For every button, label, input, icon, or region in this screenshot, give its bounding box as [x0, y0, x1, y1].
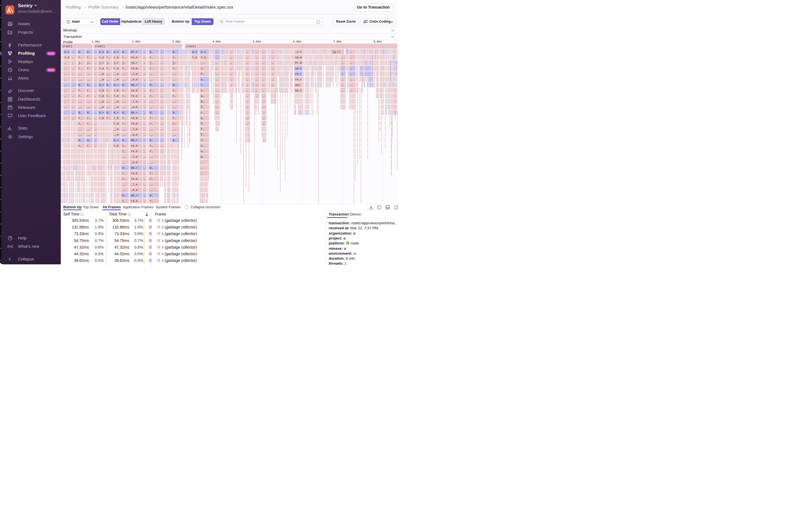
svg-text:…: … — [246, 73, 248, 76]
svg-text:_…e: _…e — [114, 106, 119, 109]
svg-text:0…: 0… — [87, 111, 90, 114]
svg-text:…: … — [161, 89, 163, 92]
svg-text:r…: r… — [78, 117, 82, 120]
svg-text:…: … — [72, 111, 74, 114]
svg-text:_…: _… — [149, 100, 153, 103]
svg-text:0…: 0… — [107, 84, 110, 87]
svg-text:…: … — [256, 73, 258, 76]
svg-text:…: … — [263, 95, 264, 98]
svg-text:…: … — [144, 200, 145, 203]
svg-text:r…: r… — [122, 150, 126, 153]
svg-text:r…: r… — [173, 117, 176, 120]
svg-text:…: … — [144, 189, 145, 192]
svg-text:_…: _… — [172, 78, 176, 81]
svg-text:0…: 0… — [78, 111, 82, 114]
svg-text:_c…t: _c…t — [295, 51, 302, 54]
svg-text:0…: 0… — [201, 100, 204, 103]
svg-text:(g…r): (g…r) — [332, 51, 341, 54]
svg-text:…: … — [246, 51, 248, 54]
svg-text:…: … — [161, 62, 163, 65]
svg-text:_…: _… — [106, 73, 110, 76]
svg-text:…: … — [72, 95, 74, 98]
svg-text:…: … — [256, 62, 258, 65]
svg-text:…: … — [144, 56, 145, 59]
svg-text:_…: _… — [87, 133, 90, 136]
svg-text:0…>: 0…> — [99, 84, 104, 87]
svg-text:j…: j… — [173, 62, 176, 65]
svg-text:_…: _… — [149, 155, 153, 158]
svg-text:_…: _… — [78, 73, 82, 76]
svg-text:r…: r… — [150, 177, 153, 180]
svg-text:_…: _… — [172, 128, 176, 131]
svg-text:u…: u… — [201, 150, 204, 153]
svg-text:re…r: re…r — [295, 78, 302, 81]
svg-text:0…: 0… — [122, 167, 126, 170]
svg-text:…: … — [272, 84, 273, 87]
svg-text:…: … — [144, 177, 145, 180]
svg-text:0…: 0… — [107, 111, 110, 114]
svg-text:0…: 0… — [78, 139, 82, 142]
svg-text:…: … — [95, 62, 96, 65]
svg-text:_e…e: _e…e — [131, 161, 137, 164]
svg-text:p…s: p…s — [114, 51, 119, 54]
svg-text:r…: r… — [122, 122, 126, 126]
svg-text:(root): (root) — [186, 45, 196, 48]
svg-text:_…: _… — [78, 78, 82, 81]
svg-text:r…: r… — [107, 95, 110, 98]
svg-text:…: … — [256, 78, 258, 81]
svg-text:_…: _… — [122, 128, 126, 131]
svg-text:…: … — [161, 95, 163, 98]
svg-text:u…: u… — [201, 78, 204, 81]
svg-text:p…s: p…s — [99, 51, 104, 54]
svg-text:…: … — [144, 183, 145, 186]
svg-text:p…s: p…s — [192, 51, 197, 54]
svg-text:0…: 0… — [173, 111, 176, 114]
svg-text:Pr…d: Pr…d — [295, 62, 302, 65]
svg-text:j…: j… — [150, 62, 153, 65]
svg-text:re…r: re…r — [295, 73, 302, 76]
svg-text:j…r: j…r — [114, 62, 119, 65]
svg-text:r…: r… — [87, 95, 90, 98]
svg-text:p…: p… — [122, 51, 126, 54]
svg-text:_…: _… — [78, 100, 82, 103]
svg-text:_…: _… — [149, 133, 153, 136]
svg-text:_…: _… — [122, 161, 126, 164]
svg-text:r…: r… — [107, 56, 110, 59]
svg-text:…: … — [95, 111, 96, 114]
svg-text:…: … — [230, 51, 232, 54]
svg-text:pr…s: pr…s — [131, 51, 137, 54]
svg-text:…: … — [350, 89, 352, 92]
svg-text:r…: r… — [150, 117, 153, 120]
svg-text:_…: _… — [122, 106, 126, 109]
svg-text:r…: r… — [150, 89, 153, 92]
svg-text:…: … — [246, 78, 248, 81]
svg-text:j…: j… — [78, 62, 82, 65]
svg-text:r…: r… — [87, 117, 90, 120]
svg-text:…: … — [246, 62, 248, 65]
svg-text:…: … — [95, 122, 96, 126]
svg-text:0…: 0… — [150, 139, 153, 142]
svg-text:r…k: r…k — [99, 89, 104, 92]
svg-text:_…: _… — [78, 133, 82, 136]
svg-text:0…: 0… — [173, 84, 176, 87]
svg-text:r…: r… — [87, 89, 90, 92]
svg-text:…: … — [246, 122, 248, 126]
svg-text:…: … — [263, 117, 264, 120]
svg-text:p…s: p…s — [64, 51, 69, 54]
svg-text:…: … — [144, 150, 145, 153]
svg-text:…: … — [72, 67, 74, 70]
svg-text:j…r: j…r — [99, 62, 104, 65]
svg-text:…: … — [161, 133, 163, 136]
svg-text:_…e: _…e — [114, 78, 119, 81]
svg-text:0b…>: 0b…> — [131, 111, 137, 114]
svg-text:0…: 0… — [122, 139, 126, 142]
svg-text:r…: r… — [107, 67, 110, 70]
svg-text:0…>: 0…> — [114, 111, 119, 114]
svg-text:…: … — [161, 106, 163, 109]
svg-text:…: … — [216, 84, 217, 87]
svg-text:…: … — [350, 67, 352, 70]
svg-text:r…: r… — [122, 89, 126, 92]
svg-text:…: … — [144, 161, 145, 164]
svg-text:r…: r… — [122, 56, 126, 59]
svg-text:re…k: re…k — [131, 117, 137, 120]
